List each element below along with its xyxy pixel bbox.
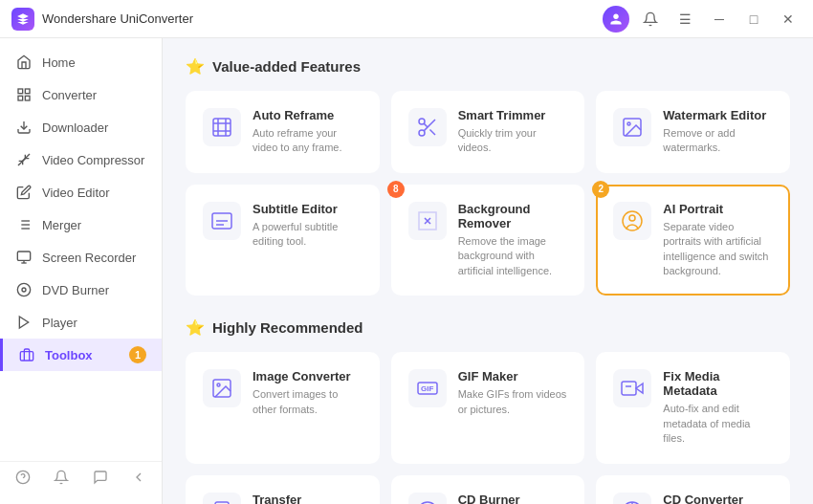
image-converter-card[interactable]: Image Converter Convert images to other … xyxy=(186,352,380,463)
gif-maker-name: GIF Maker xyxy=(458,369,568,383)
feedback-icon[interactable] xyxy=(93,470,108,489)
subtitle-editor-name: Subtitle Editor xyxy=(253,202,363,216)
sidebar-item-downloader[interactable]: Downloader xyxy=(0,111,162,143)
highly-recommended-grid: Image Converter Convert images to other … xyxy=(186,352,790,504)
sidebar-item-video-editor-label: Video Editor xyxy=(42,186,110,200)
cd-converter-info: CD Converter Convert music from CD. xyxy=(663,493,773,504)
app-logo xyxy=(11,8,34,31)
main-layout: Home Converter Downloader Video Compress… xyxy=(0,38,813,504)
dvd-burner-icon xyxy=(15,281,33,298)
cd-converter-card[interactable]: CD Converter Convert music from CD. xyxy=(596,475,790,504)
sidebar-item-video-editor[interactable]: Video Editor xyxy=(0,176,162,208)
sidebar-item-home[interactable]: Home xyxy=(0,46,162,78)
sidebar-item-screen-recorder[interactable]: Screen Recorder xyxy=(0,241,162,274)
auto-reframe-icon xyxy=(203,108,241,146)
svg-rect-2 xyxy=(25,96,30,100)
svg-marker-18 xyxy=(19,317,28,328)
image-converter-desc: Convert images to other formats. xyxy=(253,387,363,417)
content-area: ⭐ Value-added Features Auto Reframe Auto… xyxy=(163,38,813,504)
watermark-editor-card[interactable]: Watermark Editor Remove or add watermark… xyxy=(596,91,790,173)
sidebar-item-video-compressor[interactable]: Video Compressor xyxy=(0,143,162,176)
sidebar-item-player-label: Player xyxy=(42,316,77,330)
maximize-button[interactable]: □ xyxy=(740,6,767,33)
help-icon[interactable] xyxy=(15,470,31,489)
converter-icon xyxy=(15,86,33,103)
title-bar-right: ☰ ─ □ ✕ xyxy=(603,6,802,33)
image-converter-name: Image Converter xyxy=(253,369,363,383)
video-editor-icon xyxy=(15,184,33,201)
sidebar: Home Converter Downloader Video Compress… xyxy=(0,38,163,504)
sidebar-item-merger[interactable]: Merger xyxy=(0,208,162,241)
subtitle-editor-info: Subtitle Editor A powerful subtitle edit… xyxy=(253,202,363,250)
merger-icon xyxy=(15,216,33,233)
watermark-editor-name: Watermark Editor xyxy=(663,108,773,122)
cd-converter-name: CD Converter xyxy=(663,493,773,504)
svg-line-26 xyxy=(429,129,435,135)
subtitle-editor-desc: A powerful subtitle editing tool. xyxy=(253,220,363,250)
user-icon-button[interactable] xyxy=(603,6,629,33)
collapse-icon[interactable] xyxy=(131,470,146,489)
image-converter-info: Image Converter Convert images to other … xyxy=(253,369,363,417)
svg-rect-22 xyxy=(213,119,231,136)
value-added-grid: Auto Reframe Auto reframe your video to … xyxy=(186,91,790,296)
background-remover-badge: 8 xyxy=(387,181,405,198)
cd-burner-card[interactable]: CD Burner Burn your music to CD. xyxy=(391,475,585,504)
auto-reframe-name: Auto Reframe xyxy=(253,108,363,122)
transfer-icon xyxy=(203,493,241,504)
highly-recommended-section-title: ⭐ Highly Recommended xyxy=(186,318,790,337)
sidebar-item-downloader-label: Downloader xyxy=(42,121,108,135)
watermark-editor-desc: Remove or add watermarks. xyxy=(663,126,773,156)
background-remover-card[interactable]: 8 Background Remover Remove the image ba… xyxy=(391,185,585,296)
ai-portrait-icon xyxy=(613,202,651,240)
fix-media-metadata-card[interactable]: Fix Media Metadata Auto-fix and edit met… xyxy=(596,352,790,463)
value-added-icon: ⭐ xyxy=(186,57,205,76)
smart-trimmer-name: Smart Trimmer xyxy=(458,108,568,122)
fix-media-metadata-name: Fix Media Metadata xyxy=(663,369,773,398)
svg-point-17 xyxy=(22,288,26,292)
fix-media-metadata-icon xyxy=(613,369,651,407)
cd-burner-icon xyxy=(408,493,447,504)
smart-trimmer-desc: Quickly trim your videos. xyxy=(458,126,568,156)
ai-portrait-desc: Separate video portraits with artificial… xyxy=(663,220,773,279)
svg-line-6 xyxy=(18,159,25,165)
background-remover-name: Background Remover xyxy=(458,202,568,230)
smart-trimmer-info: Smart Trimmer Quickly trim your videos. xyxy=(458,108,568,156)
cd-converter-icon xyxy=(613,493,651,504)
svg-point-16 xyxy=(17,283,30,296)
gif-maker-info: GIF Maker Make GIFs from videos or pictu… xyxy=(458,369,568,417)
background-remover-badge-container: 8 xyxy=(387,181,405,198)
transfer-name: Transfer xyxy=(253,493,363,504)
gif-maker-card[interactable]: GIF GIF Maker Make GIFs from videos or p… xyxy=(391,352,585,463)
svg-rect-3 xyxy=(18,96,23,100)
sidebar-item-merger-label: Merger xyxy=(42,218,81,232)
sidebar-item-dvd-burner-label: DVD Burner xyxy=(42,283,109,297)
sidebar-item-dvd-burner[interactable]: DVD Burner xyxy=(0,274,162,306)
subtitle-editor-card[interactable]: Subtitle Editor A powerful subtitle edit… xyxy=(186,185,380,296)
smart-trimmer-card[interactable]: Smart Trimmer Quickly trim your videos. xyxy=(391,91,585,173)
title-bar-left: Wondershare UniConverter xyxy=(11,8,193,31)
svg-rect-38 xyxy=(622,382,636,395)
smart-trimmer-icon xyxy=(408,108,447,146)
fix-media-metadata-desc: Auto-fix and edit metadata of media file… xyxy=(663,402,773,446)
auto-reframe-desc: Auto reframe your video to any frame. xyxy=(253,126,363,156)
sidebar-item-player[interactable]: Player xyxy=(0,306,162,339)
svg-marker-37 xyxy=(636,383,643,393)
close-button[interactable]: ✕ xyxy=(775,6,802,33)
auto-reframe-card[interactable]: Auto Reframe Auto reframe your video to … xyxy=(186,91,380,173)
transfer-card[interactable]: Transfer Transfer your files to device xyxy=(186,475,380,504)
highly-recommended-title-text: Highly Recommended xyxy=(212,319,363,336)
svg-point-24 xyxy=(419,119,425,124)
ai-portrait-badge-container: 2 xyxy=(592,181,609,198)
sidebar-item-converter[interactable]: Converter xyxy=(0,78,162,111)
menu-button[interactable]: ☰ xyxy=(671,6,698,33)
ai-portrait-name: AI Portrait xyxy=(663,202,773,216)
svg-point-29 xyxy=(627,122,630,125)
ai-portrait-card[interactable]: 2 AI Portrait Separate video portraits w… xyxy=(596,185,790,296)
bell-icon[interactable] xyxy=(54,470,69,489)
notification-button[interactable] xyxy=(637,6,664,33)
sidebar-item-screen-recorder-label: Screen Recorder xyxy=(42,251,136,265)
cd-burner-name: CD Burner xyxy=(458,493,568,504)
sidebar-item-toolbox[interactable]: Toolbox 1 xyxy=(0,339,162,371)
minimize-button[interactable]: ─ xyxy=(706,6,733,33)
background-remover-desc: Remove the image background with artific… xyxy=(458,234,568,278)
